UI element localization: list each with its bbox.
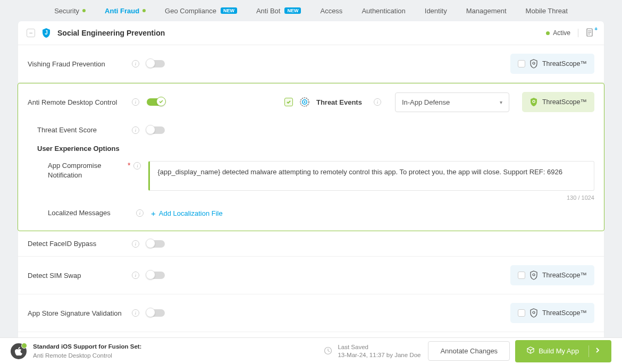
annotate-changes-button[interactable]: Annotate Changes	[428, 341, 510, 361]
checkbox[interactable]	[518, 309, 525, 317]
add-document-button[interactable]	[586, 28, 595, 38]
new-badge: NEW	[284, 7, 301, 14]
row-label: Detect FaceID Bypass	[28, 240, 132, 248]
divider	[589, 345, 589, 357]
footer-title: Standard iOS Support for Fusion Set:	[33, 342, 141, 351]
tab-label: Authentication	[362, 7, 405, 15]
dropdown-value: In-App Defense	[402, 98, 450, 106]
required-star-icon: *	[128, 161, 130, 170]
collapse-button[interactable]: −	[27, 29, 35, 37]
toggle-threat-event-score[interactable]	[147, 126, 165, 134]
cube-icon	[527, 346, 534, 355]
svg-text:J: J	[45, 30, 48, 36]
row-label: Detect SIM Swap	[28, 272, 132, 280]
row-vishing: Vishing Fraud Prevention i ThreatScope™	[18, 45, 604, 83]
apple-icon	[11, 343, 27, 359]
info-icon[interactable]: i	[132, 60, 139, 67]
tab-label: Anti Bot	[256, 7, 281, 15]
toggle-anti-remote-desktop[interactable]	[147, 98, 165, 106]
info-icon[interactable]: i	[132, 309, 139, 317]
tab-management[interactable]: Management	[457, 0, 516, 21]
card-header: − J Social Engineering Prevention Active	[18, 21, 604, 45]
user-experience-heading: User Experience Options	[37, 145, 132, 153]
status-dot-icon	[142, 9, 146, 12]
tab-anti-fraud[interactable]: Anti Fraud	[95, 0, 155, 21]
footer-subtitle: Anti Remote Desktop Control	[33, 351, 141, 360]
shield-icon	[529, 59, 538, 69]
checkbox[interactable]	[518, 272, 525, 279]
threatscope-badge[interactable]: ThreatScope™	[510, 265, 594, 285]
row-sim-swap: Detect SIM Swap i ThreatScope™	[18, 257, 604, 294]
toggle-vishing[interactable]	[147, 60, 165, 67]
defense-dropdown[interactable]: In-App Defense ▾	[395, 92, 509, 112]
info-icon[interactable]: i	[132, 126, 139, 134]
tab-anti-bot[interactable]: Anti Bot NEW	[247, 0, 311, 21]
threatscope-label: ThreatScope™	[542, 309, 587, 317]
add-localization-button[interactable]: + Add Localization File	[151, 209, 223, 218]
last-saved-label: Last Saved	[338, 343, 421, 351]
sub-options: Threat Event Score i User Experience Opt…	[18, 121, 604, 231]
button-label: Build My App	[539, 347, 579, 355]
svg-point-8	[304, 101, 305, 103]
button-label: Annotate Changes	[440, 347, 498, 355]
info-icon[interactable]: i	[136, 209, 144, 217]
tab-label: Access	[320, 7, 342, 15]
last-saved-detail: 13-Mar-24, 11:37 by Jane Doe	[338, 351, 421, 359]
threatscope-label: ThreatScope™	[542, 60, 587, 67]
info-icon[interactable]: i	[132, 240, 139, 248]
threatscope-badge[interactable]: ThreatScope™	[522, 92, 594, 112]
footer-info: Standard iOS Support for Fusion Set: Ant…	[33, 342, 141, 359]
tab-label: Mobile Threat	[526, 7, 568, 15]
active-status: Active	[546, 29, 570, 37]
sub-label: Threat Event Score	[37, 126, 132, 134]
status-dot-icon	[546, 31, 550, 35]
history-icon[interactable]	[324, 346, 332, 356]
threatscope-badge[interactable]: ThreatScope™	[510, 303, 594, 323]
localized-label: Localized Messages	[48, 208, 128, 218]
toggle-sim-swap[interactable]	[147, 272, 165, 279]
build-my-app-button[interactable]: Build My App	[515, 340, 611, 362]
top-nav: Security Anti Fraud Geo Compliance NEW A…	[0, 0, 622, 21]
notification-label: App Compromise Notification	[48, 161, 128, 180]
prevention-card: − J Social Engineering Prevention Active…	[18, 21, 604, 364]
tab-label: Anti Fraud	[105, 7, 139, 15]
card-title: Social Engineering Prevention	[57, 29, 165, 37]
shield-icon	[529, 270, 538, 280]
chevron-right-icon	[595, 347, 600, 355]
tab-authentication[interactable]: Authentication	[352, 0, 415, 21]
tab-mobile-threat[interactable]: Mobile Threat	[516, 0, 577, 21]
svg-point-10	[533, 274, 535, 276]
checkbox[interactable]	[518, 60, 525, 67]
threatscope-badge[interactable]: ThreatScope™	[510, 54, 594, 74]
info-icon[interactable]: i	[374, 98, 381, 106]
char-count: 130 / 1024	[148, 194, 594, 201]
row-label: Vishing Fraud Prevention	[28, 60, 132, 68]
threat-events-gear-icon[interactable]	[299, 97, 310, 107]
threat-events-label: Threat Events	[316, 98, 362, 106]
tab-label: Geo Compliance	[165, 7, 216, 15]
shield-icon	[529, 97, 538, 107]
tab-security[interactable]: Security	[45, 0, 95, 21]
threat-events-checkbox[interactable]	[284, 98, 293, 106]
tab-geo-compliance[interactable]: Geo Compliance NEW	[155, 0, 247, 21]
info-icon[interactable]: i	[132, 272, 139, 279]
tab-access[interactable]: Access	[310, 0, 352, 21]
row-anti-remote-desktop: Anti Remote Desktop Control i Threat Eve…	[18, 83, 604, 231]
shield-icon: J	[41, 28, 51, 38]
toggle-appstore-signature[interactable]	[147, 309, 165, 317]
notification-textarea[interactable]	[148, 161, 594, 191]
svg-point-5	[533, 62, 535, 64]
plus-icon: +	[151, 209, 156, 218]
row-faceid-bypass: Detect FaceID Bypass i	[18, 231, 604, 257]
tab-identity[interactable]: Identity	[415, 0, 457, 21]
toggle-faceid-bypass[interactable]	[147, 240, 165, 248]
row-label: App Store Signature Validation	[28, 309, 132, 317]
info-icon[interactable]: i	[133, 162, 141, 170]
row-appstore-signature: App Store Signature Validation i ThreatS…	[18, 294, 604, 332]
info-icon[interactable]: i	[132, 98, 139, 106]
chevron-down-icon: ▾	[500, 99, 502, 105]
status-label: Active	[553, 29, 570, 37]
threatscope-label: ThreatScope™	[542, 272, 587, 279]
row-label: Anti Remote Desktop Control	[28, 98, 132, 106]
threatscope-label: ThreatScope™	[542, 98, 587, 106]
